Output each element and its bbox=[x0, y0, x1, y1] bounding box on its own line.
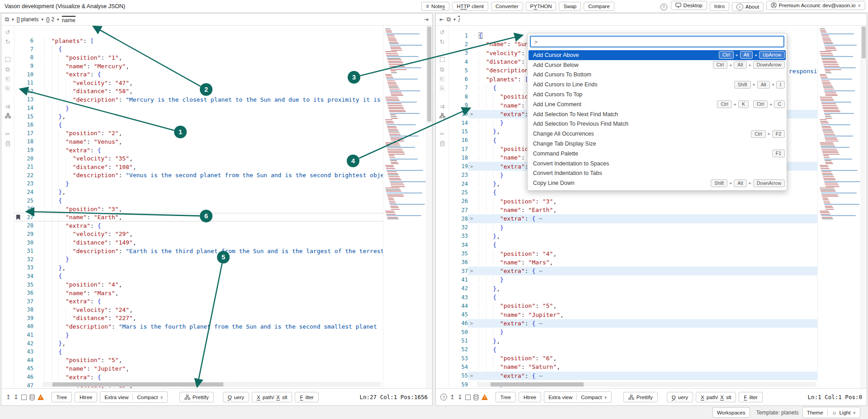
code-line[interactable]: 51 }, bbox=[449, 336, 817, 345]
line-number[interactable]: 35 bbox=[456, 250, 468, 257]
palette-item[interactable]: Add Cursors To Top bbox=[528, 89, 787, 99]
line-number[interactable]: 16 bbox=[22, 122, 33, 128]
line-number[interactable]: 35 bbox=[22, 282, 33, 288]
code-line[interactable]: 15 }, bbox=[14, 112, 383, 121]
palette-item[interactable]: Add Cursor BelowCtrl+Alt+DownArrow bbox=[528, 60, 787, 70]
line-number[interactable]: 5 bbox=[456, 67, 468, 74]
vertical-scrollbar[interactable] bbox=[426, 26, 432, 388]
structure-icon[interactable] bbox=[439, 113, 445, 119]
upload-icon[interactable]: ↥ bbox=[6, 394, 11, 400]
vertical-scrollbar[interactable] bbox=[861, 26, 867, 388]
code-line[interactable]: 32 } bbox=[14, 255, 383, 264]
paste-icon[interactable]: ⎗ bbox=[440, 76, 444, 82]
query-button[interactable]: Query bbox=[223, 392, 249, 402]
line-number[interactable]: 37 bbox=[22, 298, 33, 305]
line-number[interactable]: 12 bbox=[22, 88, 33, 94]
paste-replace-icon[interactable]: ⎘ bbox=[5, 85, 10, 92]
minimap[interactable] bbox=[383, 26, 426, 388]
code-line[interactable]: 35 "position": "4", bbox=[14, 280, 383, 289]
pages-icon[interactable]: ⧉ bbox=[447, 16, 451, 23]
code-line[interactable]: 41 } bbox=[14, 331, 383, 339]
database-icon[interactable] bbox=[29, 394, 35, 400]
line-number[interactable]: 43 bbox=[456, 294, 468, 301]
structure-icon[interactable] bbox=[5, 113, 11, 119]
redo-icon[interactable]: ↻ bbox=[440, 39, 445, 45]
code-line[interactable]: 29 "velocity": "29", bbox=[14, 230, 383, 239]
code-line[interactable]: 38 "velocity": "24", bbox=[14, 306, 383, 314]
line-number[interactable]: 40 bbox=[22, 323, 33, 330]
line-number[interactable]: 33 bbox=[456, 233, 468, 239]
line-number[interactable]: 31 bbox=[22, 248, 33, 254]
code-line[interactable]: 55> "extra": { ⋯ bbox=[449, 372, 817, 380]
header-button-swap[interactable]: Swap bbox=[559, 2, 581, 11]
code-line[interactable]: 34 { bbox=[449, 240, 817, 249]
htree-button[interactable]: Htree bbox=[519, 392, 541, 402]
line-number[interactable]: 39 bbox=[22, 315, 33, 321]
line-number[interactable]: 10 bbox=[22, 71, 33, 78]
code-line[interactable]: 36 "name": "Mars", bbox=[14, 289, 383, 297]
line-number[interactable]: 7 bbox=[22, 46, 33, 52]
checkbox[interactable] bbox=[465, 395, 471, 400]
code-line[interactable]: 44 "position": "5", bbox=[449, 301, 817, 310]
line-number[interactable]: 19 bbox=[22, 147, 33, 153]
code-line[interactable]: 54 "name": "Saturn", bbox=[449, 363, 817, 371]
line-number[interactable]: 52 bbox=[456, 346, 468, 353]
code-line[interactable]: 46 "extra": { bbox=[14, 373, 383, 381]
command-palette-input[interactable]: > bbox=[530, 36, 784, 47]
code-line[interactable]: 25 { bbox=[14, 196, 383, 205]
code-line[interactable]: 43 { bbox=[14, 348, 383, 356]
code-line[interactable]: 22 "description": "Venus is the second p… bbox=[14, 171, 383, 180]
code-line[interactable]: 12 "distance": "58", bbox=[14, 87, 383, 96]
line-number[interactable]: 15 bbox=[22, 113, 33, 120]
palette-item[interactable]: Add Cursors to Line EndsShift+Alt+I bbox=[528, 80, 787, 89]
header-button-http-client[interactable]: HTTP client bbox=[452, 2, 488, 11]
line-number[interactable]: 27 bbox=[22, 214, 33, 221]
line-number[interactable]: 26 bbox=[22, 206, 33, 212]
breadcrumb-segment[interactable]: / bbox=[458, 16, 460, 24]
palette-item[interactable]: Add Line CommentCtrl+KCtrl+C bbox=[528, 99, 787, 109]
line-number[interactable]: 59 bbox=[456, 381, 468, 388]
code-line[interactable]: 43 { bbox=[449, 293, 817, 301]
code-line[interactable]: 33 }, bbox=[449, 232, 817, 240]
line-number[interactable]: 41 bbox=[22, 332, 33, 338]
code-line[interactable]: 50 } bbox=[449, 328, 817, 336]
code-line[interactable]: 46> "extra": { ⋯ bbox=[449, 319, 817, 328]
htree-button[interactable]: Htree bbox=[75, 392, 97, 402]
line-number[interactable]: 41 bbox=[456, 277, 468, 283]
copy-icon[interactable]: ⧉ bbox=[5, 66, 9, 73]
code-line[interactable]: 30 "distance": "149", bbox=[14, 238, 383, 247]
header-button-intro[interactable]: Intro bbox=[710, 2, 729, 11]
palette-item[interactable]: Command PaletteF1 bbox=[528, 149, 787, 159]
paste-replace-icon[interactable]: ⎘ bbox=[440, 85, 444, 92]
code-line[interactable]: 45 "name": "Jupiter", bbox=[14, 364, 383, 373]
code-line[interactable]: 52 { bbox=[449, 345, 817, 354]
code-line[interactable]: 10 "extra": { bbox=[14, 70, 383, 79]
breadcrumb-segment[interactable]: {} 2 bbox=[46, 16, 54, 23]
line-number[interactable]: 17 bbox=[22, 130, 33, 137]
line-number[interactable]: 45 bbox=[22, 365, 33, 372]
code-line[interactable]: 41 } bbox=[449, 275, 817, 284]
line-number[interactable]: 44 bbox=[456, 303, 468, 309]
line-number[interactable]: 26 bbox=[456, 198, 468, 204]
code-line[interactable]: 13 "description": "Mercury is the closes… bbox=[14, 95, 383, 104]
tree-button[interactable]: Tree bbox=[52, 392, 72, 402]
minimap[interactable] bbox=[817, 26, 861, 388]
code-line[interactable]: 44 "position": "5", bbox=[14, 356, 383, 365]
tree-button[interactable]: Tree bbox=[495, 392, 516, 402]
line-number[interactable]: 1 bbox=[456, 33, 468, 39]
line-number[interactable]: 9 bbox=[22, 63, 33, 69]
download-icon[interactable]: ↧ bbox=[458, 394, 462, 400]
code-line[interactable]: 23 } bbox=[14, 179, 383, 188]
line-number[interactable]: 33 bbox=[22, 264, 33, 271]
line-number[interactable]: 45 bbox=[456, 311, 468, 318]
palette-item[interactable]: Change All OccurrencesCtrl+F2 bbox=[528, 129, 787, 139]
fold-chevron-icon[interactable]: > bbox=[468, 373, 475, 379]
reformat-icon[interactable]: ⇉ bbox=[5, 104, 10, 110]
query-button[interactable]: Query bbox=[667, 392, 693, 402]
line-number[interactable]: 24 bbox=[22, 189, 33, 195]
line-number[interactable]: 50 bbox=[456, 329, 468, 335]
fold-chevron-icon[interactable]: > bbox=[468, 268, 475, 274]
undo-icon[interactable]: ↺ bbox=[440, 29, 445, 36]
database-icon[interactable] bbox=[473, 394, 479, 400]
code-line[interactable]: 37> "extra": { ⋯ bbox=[449, 267, 817, 275]
